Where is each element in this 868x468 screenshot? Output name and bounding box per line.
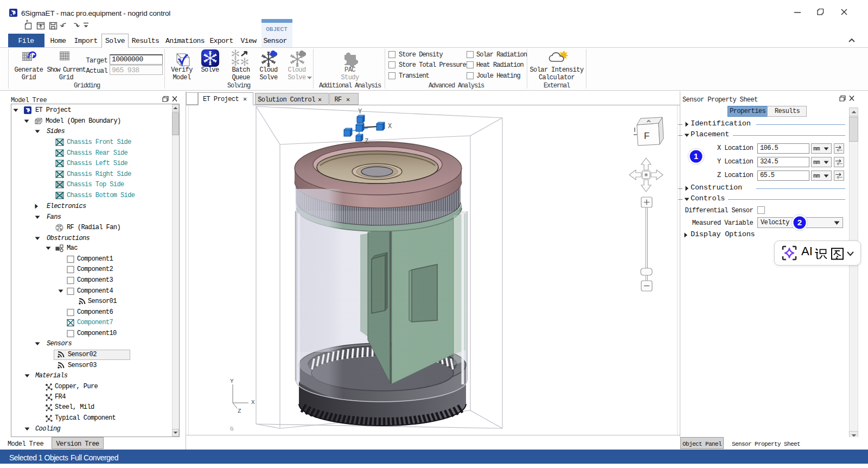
svg-text:X: X	[388, 123, 392, 130]
svg-text:2: 2	[797, 218, 802, 227]
svg-text:Z: Z	[238, 408, 241, 414]
svg-text:X: X	[251, 399, 255, 406]
svg-text:Y: Y	[358, 108, 362, 116]
svg-text:G: G	[230, 426, 234, 432]
svg-text:1: 1	[694, 151, 698, 161]
svg-text:Z: Z	[365, 138, 368, 146]
svg-text:Y: Y	[230, 378, 234, 384]
svg-text:A: A	[647, 119, 650, 123]
svg-text:F: F	[644, 131, 649, 141]
